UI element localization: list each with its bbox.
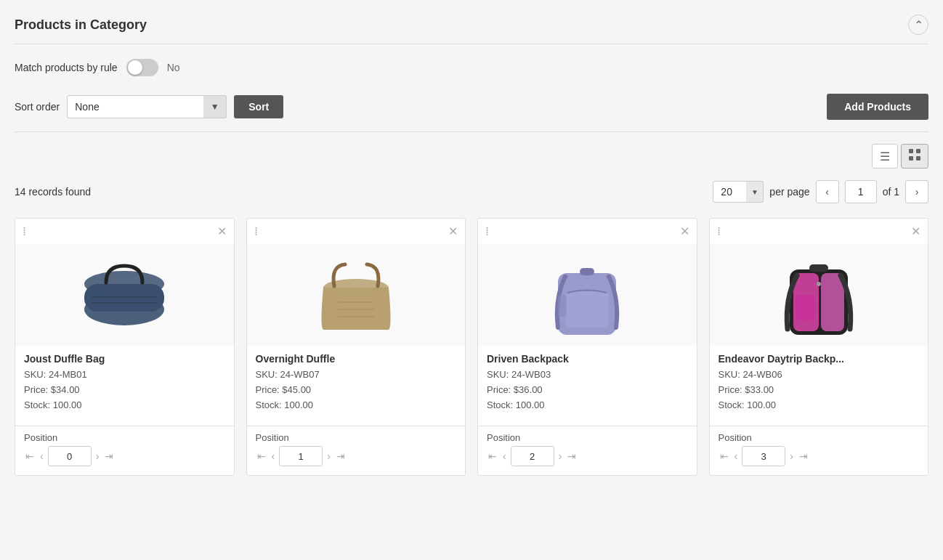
position-prev-button[interactable]: ‹ [733,449,740,463]
svg-rect-2 [909,156,913,161]
product-price: Price: $45.00 [256,383,457,398]
position-input[interactable] [511,446,554,466]
drag-handle-icon[interactable]: ⁞ [254,224,258,238]
remove-product-button[interactable]: ✕ [217,226,227,238]
product-card: ⁞ ✕ Driven Backpack SKU: 24-WB03 Price: … [477,218,697,476]
collapse-button[interactable]: ⌃ [908,15,928,35]
grid-view-icon [909,149,920,163]
svg-point-6 [84,271,164,297]
svg-rect-0 [909,149,913,153]
product-price: Price: $34.00 [24,383,225,398]
sort-group: Sort order None ▼ Sort [15,95,283,118]
svg-rect-14 [580,268,594,275]
position-prev-button[interactable]: ‹ [270,449,277,463]
card-top-bar: ⁞ ✕ [247,219,466,244]
position-input[interactable] [48,446,92,466]
next-page-button[interactable]: › [905,180,928,203]
position-first-button[interactable]: ⇤ [719,449,730,463]
position-label: Position [487,432,688,443]
product-name: Endeavor Daytrip Backp... [719,353,920,365]
card-top-bar: ⁞ ✕ [15,219,234,244]
position-row: Position ⇤ ‹ › ⇥ [247,426,466,475]
product-image-wrapper [247,244,466,346]
position-row: Position ⇤ ‹ › ⇥ [710,426,928,475]
position-next-button[interactable]: › [94,449,101,463]
position-input[interactable] [742,446,785,466]
remove-product-button[interactable]: ✕ [448,226,458,238]
sort-select-arrow[interactable]: ▼ [203,95,227,118]
page-of-label: of 1 [883,186,899,198]
controls-row: Sort order None ▼ Sort Add Products [15,94,928,120]
product-sku: SKU: 24-MB01 [24,368,225,383]
remove-product-button[interactable]: ✕ [911,226,920,238]
product-info: Driven Backpack SKU: 24-WB03 Price: $36.… [478,346,697,420]
drag-handle-icon[interactable]: ⁞ [23,224,26,238]
svg-rect-21 [796,295,815,320]
position-prev-button[interactable]: ‹ [39,449,45,463]
per-page-arrow[interactable]: ▼ [746,181,764,203]
list-view-button[interactable]: ☰ [872,144,898,169]
view-toolbar: ☰ [15,144,928,169]
product-info: Overnight Duffle SKU: 24-WB07 Price: $45… [247,346,466,420]
add-products-button[interactable]: Add Products [827,94,928,120]
position-next-button[interactable]: › [788,449,795,463]
position-last-button[interactable]: ⇥ [566,449,578,463]
product-stock: Stock: 100.00 [487,398,688,413]
product-stock: Stock: 100.00 [719,398,920,413]
product-card: ⁞ ✕ Endeavor Daytrip Backp... SKU: 24-WB… [709,218,929,476]
page-number-input[interactable] [845,180,877,203]
product-sku: SKU: 24-WB03 [487,368,688,383]
product-name: Overnight Duffle [256,353,457,365]
product-card: ⁞ ✕ Joust Duffle Bag SKU: 24-MB01 Price:… [15,218,235,476]
position-controls: ⇤ ‹ › ⇥ [24,446,225,466]
match-rule-toggle[interactable] [126,59,158,76]
product-price: Price: $33.00 [719,383,920,398]
chevron-up-icon: ⌃ [914,18,923,32]
sort-select-wrapper: None ▼ [67,95,227,118]
product-info: Joust Duffle Bag SKU: 24-MB01 Price: $34… [15,346,234,420]
divider [15,131,928,132]
pagination-row: 14 records found 20 ▼ per page ‹ of 1 › [15,180,928,203]
toggle-thumb [128,60,142,75]
svg-rect-20 [809,264,828,272]
position-controls: ⇤ ‹ › ⇥ [719,446,920,466]
section-title: Products in Category [15,17,147,33]
position-last-button[interactable]: ⇥ [335,449,347,463]
drag-handle-icon[interactable]: ⁞ [485,224,489,238]
product-stock: Stock: 100.00 [24,398,225,413]
position-first-button[interactable]: ⇤ [24,449,36,463]
product-name: Joust Duffle Bag [24,353,225,365]
prev-page-button[interactable]: ‹ [816,180,839,203]
sort-order-select[interactable]: None [67,95,227,118]
position-first-button[interactable]: ⇤ [256,449,267,463]
position-last-button[interactable]: ⇥ [103,449,115,463]
match-rule-row: Match products by rule No [15,59,928,76]
records-count: 14 records found [15,186,91,198]
list-view-icon: ☰ [880,150,890,163]
product-stock: Stock: 100.00 [256,398,457,413]
products-grid: ⁞ ✕ Joust Duffle Bag SKU: 24-MB01 Price:… [15,218,928,476]
match-rule-label: Match products by rule [15,62,118,73]
remove-product-button[interactable]: ✕ [680,226,689,238]
position-label: Position [256,432,457,443]
position-first-button[interactable]: ⇤ [487,449,498,463]
card-top-bar: ⁞ ✕ [478,219,697,244]
position-controls: ⇤ ‹ › ⇥ [256,446,457,466]
product-sku: SKU: 24-WB06 [719,368,920,383]
grid-view-button[interactable] [901,144,928,169]
svg-rect-16 [558,295,567,317]
svg-rect-3 [916,156,920,161]
position-next-button[interactable]: › [557,449,564,463]
position-next-button[interactable]: › [325,449,332,463]
product-name: Driven Backpack [487,353,688,365]
svg-rect-1 [916,149,920,153]
position-last-button[interactable]: ⇥ [798,449,809,463]
position-input[interactable] [279,446,323,466]
sort-button[interactable]: Sort [234,95,283,118]
per-page-label: per page [769,186,809,198]
section-header: Products in Category ⌃ [15,15,928,44]
drag-handle-icon[interactable]: ⁞ [717,224,721,238]
pagination-controls: 20 ▼ per page ‹ of 1 › [713,180,928,203]
product-image-wrapper [710,244,928,346]
position-prev-button[interactable]: ‹ [501,449,508,463]
